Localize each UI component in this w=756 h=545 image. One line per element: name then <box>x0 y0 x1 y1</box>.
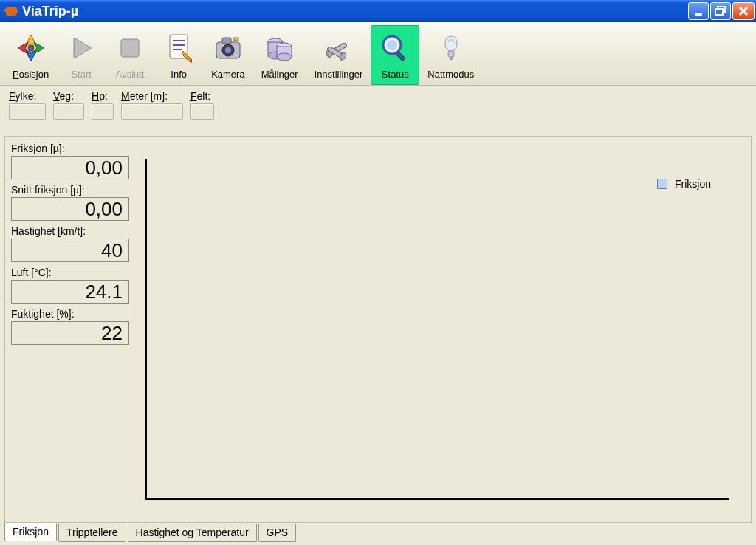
tab-gps[interactable]: GPS <box>258 524 297 542</box>
tab-hastighet-temperatur[interactable]: Hastighet og Temperatur <box>128 524 257 542</box>
hp-value <box>92 103 114 120</box>
luft-value: 24.1 <box>11 280 129 304</box>
hastighet-group: Hastighet [km/t]: 40 <box>11 225 129 262</box>
restore-icon <box>715 6 726 16</box>
toolbar: Posisjon Start Avslutt <box>0 22 756 86</box>
close-button[interactable] <box>732 2 755 20</box>
kamera-label: Kamera <box>211 69 245 80</box>
snitt-value: 0,00 <box>11 197 129 221</box>
tab-tripptellere[interactable]: Tripptellere <box>58 524 126 542</box>
start-button[interactable]: Start <box>57 25 106 85</box>
friksjon-value: 0,00 <box>11 156 129 179</box>
svg-point-21 <box>225 47 231 53</box>
app-icon <box>6 7 18 16</box>
close-icon <box>738 5 749 17</box>
snitt-group: Snitt friksjon [µ]: 0,00 <box>11 184 129 221</box>
hastighet-value: 40 <box>11 239 129 262</box>
legend-label-friksjon: Friksjon <box>675 178 711 190</box>
kamera-icon <box>212 32 244 64</box>
hp-group: Hp: <box>92 90 114 120</box>
felt-group: Felt: <box>190 90 214 120</box>
nattmodus-button[interactable]: Nattmodus <box>419 25 482 85</box>
snitt-label: Snitt friksjon [µ]: <box>11 184 129 196</box>
meter-group: Meter [m]: <box>121 90 183 120</box>
posisjon-button[interactable]: Posisjon <box>4 25 57 85</box>
avslutt-label: Avslutt <box>116 69 145 80</box>
malinger-button[interactable]: Målinger <box>253 25 306 85</box>
veg-value <box>53 103 84 120</box>
svg-marker-8 <box>34 42 44 54</box>
svg-rect-19 <box>222 38 231 44</box>
info-button[interactable]: Info <box>154 25 203 85</box>
felt-value <box>190 103 214 120</box>
start-label: Start <box>71 69 91 80</box>
innstillinger-label: Innstillinger <box>315 69 363 80</box>
fylke-label: Fylke: <box>9 90 46 102</box>
minimize-icon <box>693 6 704 16</box>
fuktighet-label: Fuktighet [%]: <box>11 308 129 320</box>
svg-rect-11 <box>121 39 139 57</box>
measurement-stack: Friksjon [µ]: 0,00 Snitt friksjon [µ]: 0… <box>11 143 129 349</box>
svg-rect-33 <box>396 51 405 61</box>
fuktighet-value: 22 <box>11 321 129 345</box>
status-icon <box>379 32 411 64</box>
hp-label: Hp: <box>92 90 114 102</box>
window-title: ViaTrip-µ <box>22 4 78 19</box>
nattmodus-icon <box>435 32 467 64</box>
veg-label: Veg: <box>53 90 84 102</box>
innstillinger-button[interactable]: Innstillinger <box>306 25 371 85</box>
nattmodus-label: Nattmodus <box>427 69 474 80</box>
meter-value <box>121 103 183 120</box>
veg-group: Veg: <box>53 90 84 120</box>
kamera-button[interactable]: Kamera <box>203 25 253 85</box>
avslutt-button[interactable]: Avslutt <box>106 25 154 85</box>
luft-label: Luft [°C]: <box>11 267 129 278</box>
malinger-icon <box>264 32 296 64</box>
svg-marker-7 <box>18 42 28 54</box>
posisjon-icon <box>15 32 47 64</box>
svg-rect-2 <box>715 9 723 15</box>
luft-group: Luft [°C]: 24.1 <box>11 267 129 304</box>
fylke-group: Fylke: <box>9 90 46 120</box>
meter-label: Meter [m]: <box>121 90 183 102</box>
friksjon-group: Friksjon [µ]: 0,00 <box>11 143 129 179</box>
posisjon-label: Posisjon <box>13 69 49 80</box>
innstillinger-icon <box>322 32 354 64</box>
friksjon-label: Friksjon [µ]: <box>11 143 129 154</box>
avslutt-icon <box>114 32 146 64</box>
fuktighet-group: Fuktighet [%]: 22 <box>11 308 129 345</box>
main-panel: Friksjon [µ]: 0,00 Snitt friksjon [µ]: 0… <box>4 136 752 523</box>
chart-legend: Friksjon <box>657 178 711 190</box>
legend-swatch-friksjon <box>657 179 667 189</box>
start-icon <box>65 32 97 64</box>
friksjon-chart <box>145 159 729 500</box>
fylke-value <box>9 103 46 120</box>
restore-button[interactable] <box>710 2 731 20</box>
svg-rect-34 <box>448 51 454 57</box>
tab-friksjon[interactable]: Friksjon <box>4 523 57 541</box>
felt-label: Felt: <box>190 90 214 102</box>
status-label: Status <box>382 69 409 80</box>
svg-rect-35 <box>450 57 453 60</box>
svg-rect-22 <box>234 38 238 41</box>
fieldbar: Fylke: Veg: Hp: Meter [m]: Felt: <box>0 86 756 123</box>
svg-point-9 <box>28 45 34 51</box>
svg-marker-10 <box>74 38 92 58</box>
status-button[interactable]: Status <box>371 25 419 85</box>
info-label: Info <box>171 69 187 80</box>
titlebar: ViaTrip-µ <box>0 0 756 22</box>
malinger-label: Målinger <box>261 69 298 80</box>
bottom-tabs: Friksjon Tripptellere Hastighet og Tempe… <box>4 524 296 542</box>
minimize-button[interactable] <box>688 2 709 20</box>
hastighet-label: Hastighet [km/t]: <box>11 225 129 237</box>
svg-point-28 <box>277 53 292 61</box>
svg-point-32 <box>387 40 397 50</box>
info-icon <box>162 32 195 64</box>
svg-rect-0 <box>695 13 702 16</box>
